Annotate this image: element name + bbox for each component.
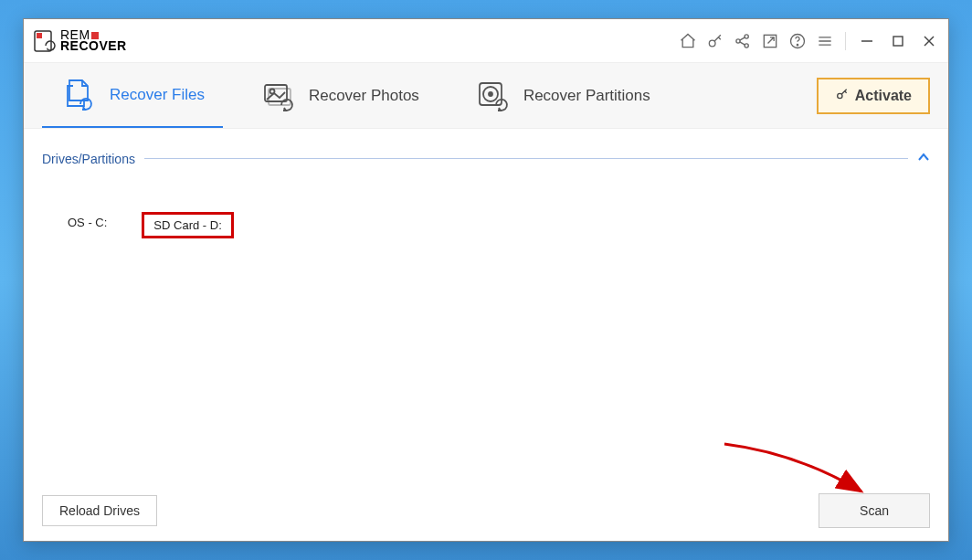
files-icon xyxy=(60,77,97,113)
tab-label: Recover Partitions xyxy=(523,87,650,105)
drive-item-os-c[interactable]: OS - C: xyxy=(60,212,114,238)
window-controls xyxy=(857,31,939,51)
maximize-button[interactable] xyxy=(888,31,908,51)
drive-label: OS - C: xyxy=(68,216,107,229)
logo-icon xyxy=(33,29,57,53)
app-window: rem RECOVER xyxy=(23,18,949,542)
activate-label: Activate xyxy=(855,88,912,104)
drive-label: SD Card - D: xyxy=(153,218,221,232)
menu-icon[interactable] xyxy=(814,30,836,52)
tab-recover-files[interactable]: Recover Files xyxy=(42,63,223,128)
svg-point-19 xyxy=(837,93,841,98)
svg-rect-1 xyxy=(37,33,42,38)
photos-icon xyxy=(259,78,296,114)
bottom-bar: Reload Drives Scan xyxy=(42,486,930,528)
divider xyxy=(144,158,908,159)
share-icon[interactable] xyxy=(732,30,754,52)
help-icon[interactable] xyxy=(787,30,808,52)
minimize-button[interactable] xyxy=(857,31,877,51)
svg-point-2 xyxy=(709,40,715,47)
tab-label: Recover Files xyxy=(110,86,205,104)
app-logo: rem RECOVER xyxy=(33,29,127,53)
key-icon[interactable] xyxy=(704,30,726,52)
content-area: Drives/Partitions OS - C: SD Card - D: xyxy=(24,129,948,541)
section-title: Drives/Partitions xyxy=(42,152,135,166)
titlebar: rem RECOVER xyxy=(24,19,948,63)
collapse-chevron-icon[interactable] xyxy=(917,151,930,166)
tab-recover-photos[interactable]: Recover Photos xyxy=(241,63,438,128)
svg-point-18 xyxy=(489,92,492,96)
button-label: Scan xyxy=(860,503,889,518)
tab-label: Recover Photos xyxy=(309,87,419,105)
external-link-icon[interactable] xyxy=(759,30,781,52)
scan-button[interactable]: Scan xyxy=(819,493,930,528)
button-label: Reload Drives xyxy=(59,503,140,518)
drives-list: OS - C: SD Card - D: xyxy=(42,212,930,238)
key-icon xyxy=(835,87,850,105)
svg-rect-10 xyxy=(893,37,903,46)
close-button[interactable] xyxy=(919,31,939,51)
tabbar: Recover Files Recover Photos xyxy=(24,63,948,129)
section-header: Drives/Partitions xyxy=(42,151,930,166)
activate-button[interactable]: Activate xyxy=(817,78,930,114)
partitions-icon xyxy=(474,78,511,114)
reload-drives-button[interactable]: Reload Drives xyxy=(42,495,157,526)
home-icon[interactable] xyxy=(677,30,699,52)
svg-point-8 xyxy=(797,44,798,45)
toolbar-icons xyxy=(677,30,850,52)
tab-recover-partitions[interactable]: Recover Partitions xyxy=(456,63,669,128)
drive-item-sd-card-d[interactable]: SD Card - D: xyxy=(142,212,233,238)
logo-text: rem RECOVER xyxy=(60,30,127,52)
